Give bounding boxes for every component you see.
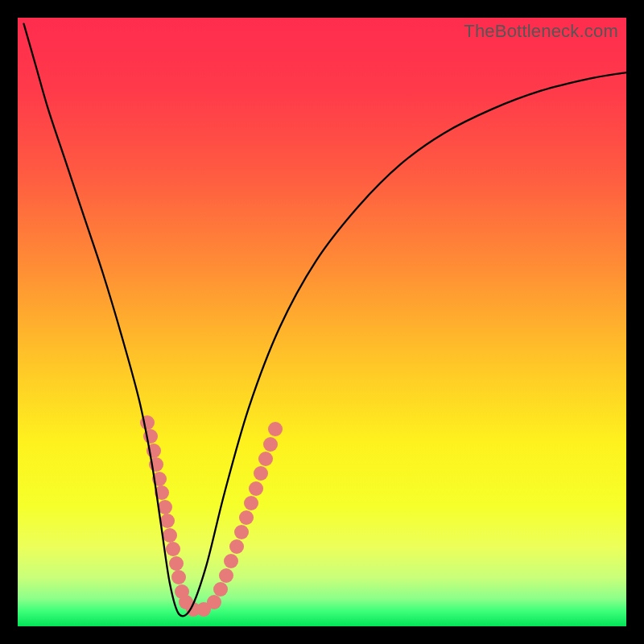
marker-dots bbox=[140, 415, 283, 617]
marker-dot bbox=[207, 595, 221, 609]
marker-dot bbox=[258, 452, 273, 466]
watermark-text: TheBottleneck.com bbox=[464, 21, 618, 42]
marker-dot bbox=[169, 556, 184, 571]
marker-dot bbox=[160, 514, 175, 528]
plot-area: TheBottleneck.com bbox=[18, 18, 626, 626]
marker-dot bbox=[163, 528, 177, 543]
marker-dot bbox=[244, 496, 258, 510]
marker-dot bbox=[254, 466, 268, 481]
marker-dot bbox=[171, 570, 186, 584]
marker-dot bbox=[213, 582, 228, 597]
marker-dot bbox=[229, 539, 244, 554]
chart-overlay bbox=[18, 18, 626, 626]
chart-frame: TheBottleneck.com bbox=[18, 18, 626, 626]
marker-dot bbox=[263, 437, 278, 452]
marker-dot bbox=[224, 554, 238, 568]
bottleneck-curve bbox=[24, 24, 626, 617]
marker-dot bbox=[268, 422, 283, 436]
marker-dot bbox=[249, 481, 263, 496]
marker-dot bbox=[219, 568, 233, 583]
marker-dot bbox=[234, 525, 249, 539]
marker-dot bbox=[239, 510, 254, 525]
marker-dot bbox=[166, 542, 180, 556]
